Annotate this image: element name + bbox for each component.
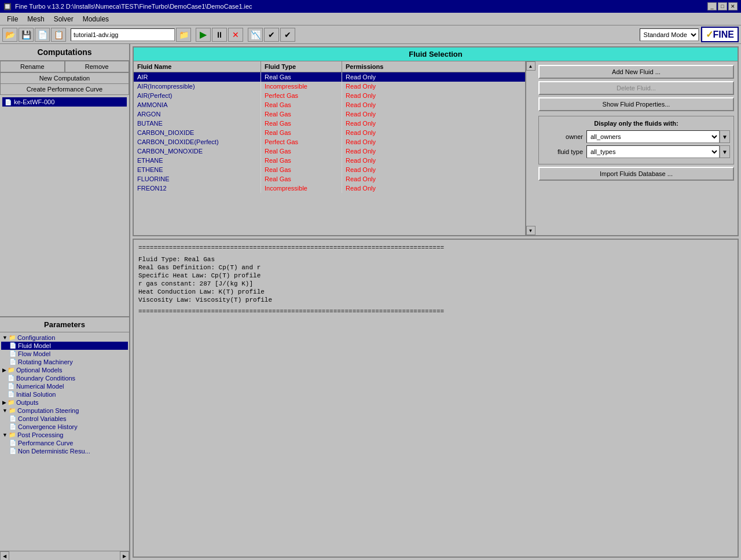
v-scrollbar[interactable]: ▲ ▼ — [526, 61, 535, 235]
col-header-perm: Permissions — [342, 61, 525, 72]
tree-item-flow-model[interactable]: 📄 Flow Model — [1, 350, 128, 358]
fluid-row[interactable]: CARBON_DIOXIDE(Perfect) Perfect Gas Read… — [134, 137, 525, 147]
fluid-row[interactable]: FLUORINE Real Gas Read Only — [134, 174, 525, 184]
menu-bar: File Mesh Solver Modules — [0, 13, 741, 25]
toolbar-open-btn[interactable]: 📂 — [2, 28, 17, 42]
delete-fluid-button[interactable]: Delete Fluid... — [538, 81, 734, 95]
fluid-type-cell: Real Gas — [261, 174, 342, 184]
menu-solver[interactable]: Solver — [49, 14, 78, 24]
fluid-perm-cell: Read Only — [342, 119, 525, 128]
fluid-type-select-wrap: all_types ▼ — [586, 145, 730, 158]
fluid-type-cell: Real Gas — [261, 109, 342, 119]
h-scroll-track[interactable] — [9, 551, 120, 560]
doc-icon9: 📄 — [9, 440, 16, 446]
tree-item-optional-models[interactable]: ▶ 📁 Optional Models — [1, 366, 128, 374]
maximize-button[interactable]: □ — [718, 2, 727, 10]
scroll-right-btn[interactable]: ▶ — [120, 551, 129, 560]
import-fluids-button[interactable]: Import Fluids Database ... — [538, 167, 734, 181]
fluid-row[interactable]: AMMONIA Real Gas Read Only — [134, 100, 525, 109]
tree-item-non-deterministic[interactable]: 📄 Non Deterministic Resu... — [1, 447, 128, 455]
fluid-row[interactable]: ETHENE Real Gas Read Only — [134, 165, 525, 174]
fluid-name-cell: ETHANE — [134, 156, 261, 165]
fluid-type-dropdown-arrow[interactable]: ▼ — [720, 145, 730, 158]
scroll-up-btn[interactable]: ▲ — [526, 61, 535, 71]
fluid-row[interactable]: AIR(Perfect) Perfect Gas Read Only — [134, 91, 525, 100]
toolbar-browse-btn[interactable]: 📁 — [176, 28, 191, 42]
folder-icon3: 📁 — [8, 399, 14, 405]
toolbar-run-btn[interactable]: ▶ — [196, 28, 211, 42]
scroll-left-btn[interactable]: ◀ — [0, 551, 9, 560]
computation-item[interactable]: 📄 ke-ExtWF-000 — [2, 97, 127, 107]
toolbar-graph2-btn[interactable]: ✔ — [264, 28, 279, 42]
fluid-type-cell: Incompressible — [261, 82, 342, 91]
owner-dropdown-arrow[interactable]: ▼ — [720, 130, 730, 143]
tree-item-rotating-machinery[interactable]: 📄 Rotating Machinery — [1, 358, 128, 366]
fluid-row[interactable]: CARBON_MONOXIDE Real Gas Read Only — [134, 147, 525, 156]
fluid-type-select[interactable]: all_types — [586, 145, 720, 158]
show-fluid-properties-button[interactable]: Show Fluid Properties... — [538, 97, 734, 111]
tree-item-computation-steering[interactable]: ▼ 📁 Computation Steering — [1, 407, 128, 415]
tree-item-post-processing[interactable]: ▼ 📁 Post Processing — [1, 431, 128, 439]
toolbar-graph3-btn[interactable]: ✔ — [280, 28, 295, 42]
fluid-row[interactable]: FREON12 Incompressible Read Only — [134, 184, 525, 193]
fluid-action-panel: Add New Fluid ... Delete Fluid... Show F… — [535, 61, 738, 235]
menu-modules[interactable]: Modules — [78, 14, 113, 24]
toolbar: 📂 💾 📄 📋 📁 ▶ ⏸ ✕ 📉 ✔ ✔ Standard Mode ✓FIN… — [0, 25, 741, 44]
remove-button[interactable]: Remove — [65, 61, 130, 72]
fluid-row[interactable]: AIR Real Gas Read Only — [134, 72, 525, 82]
tree-item-performance-curve[interactable]: 📄 Performance Curve — [1, 439, 128, 447]
info-line: Specific Heat Law: Cp(T) profile — [138, 272, 733, 279]
scroll-down-btn[interactable]: ▼ — [526, 226, 535, 235]
minimize-button[interactable]: _ — [707, 2, 717, 10]
v-scroll-track[interactable] — [526, 71, 535, 226]
toolbar-new-btn[interactable]: 📄 — [35, 28, 50, 42]
tree-item-outputs[interactable]: ▶ 📁 Outputs — [1, 398, 128, 407]
toolbar-stop-btn[interactable]: ✕ — [228, 28, 243, 42]
menu-file[interactable]: File — [2, 14, 23, 24]
computation-tree: 📄 ke-ExtWF-000 — [0, 95, 129, 316]
fluid-row[interactable]: AIR(Incompressible) Incompressible Read … — [134, 82, 525, 91]
menu-mesh[interactable]: Mesh — [23, 14, 49, 24]
tree-item-convergence-history[interactable]: 📄 Convergence History — [1, 423, 128, 431]
tree-item-control-variables[interactable]: 📄 Control Variables — [1, 415, 128, 423]
fluid-row[interactable]: ARGON Real Gas Read Only — [134, 109, 525, 119]
fluid-perm-cell: Read Only — [342, 147, 525, 156]
rename-button[interactable]: Rename — [0, 61, 65, 72]
owner-label: owner — [542, 133, 583, 140]
fluid-table-body[interactable]: AIR Real Gas Read Only AIR(Incompressibl… — [134, 72, 525, 235]
expand-icon5: ▼ — [2, 432, 8, 438]
toolbar-props-btn[interactable]: 📋 — [51, 28, 66, 42]
toolbar-pause-btn[interactable]: ⏸ — [212, 28, 227, 42]
owner-select[interactable]: all_owners — [586, 130, 720, 143]
tree-item-configuration[interactable]: ▼ 📁 Configuration — [1, 334, 128, 342]
info-line: r gas constant: 287 [J/(kg K)] — [138, 280, 733, 287]
create-performance-curve-button[interactable]: Create Performance Curve — [0, 84, 129, 95]
fluid-type-cell: Real Gas — [261, 100, 342, 109]
col-header-type: Fluid Type — [261, 61, 342, 72]
folder-icon: 📁 — [9, 334, 16, 341]
folder-icon2: 📁 — [8, 367, 14, 373]
toolbar-save-btn[interactable]: 💾 — [19, 28, 34, 42]
close-button[interactable]: ✕ — [728, 2, 738, 10]
info-separator-top: ========================================… — [138, 244, 733, 251]
tree-item-boundary-conditions[interactable]: ▶ 📄 Boundary Conditions — [1, 374, 128, 382]
left-panel: Computations Rename Remove New Computati… — [0, 44, 130, 560]
fluid-row[interactable]: ETHANE Real Gas Read Only — [134, 156, 525, 165]
fluid-row[interactable]: BUTANE Real Gas Read Only — [134, 119, 525, 128]
fluid-selection-title: Fluid Selection — [134, 47, 738, 61]
fluid-type-cell: Perfect Gas — [261, 137, 342, 147]
toolbar-graph1-btn[interactable]: 📉 — [248, 28, 263, 42]
tree-item-numerical-model[interactable]: ▶ 📄 Numerical Model — [1, 382, 128, 390]
tree-item-initial-solution[interactable]: ▶ 📄 Initial Solution — [1, 390, 128, 398]
input-file-field[interactable] — [71, 28, 175, 41]
tree-item-fluid-model[interactable]: 📄 Fluid Model — [1, 342, 128, 350]
fluid-type-cell: Real Gas — [261, 156, 342, 165]
h-scrollbar[interactable]: ◀ ▶ — [0, 551, 129, 560]
mode-select[interactable]: Standard Mode — [640, 28, 699, 41]
title-bar-text: Fine Turbo v.13.2 D:\Installs\Numeca\TES… — [15, 3, 252, 10]
add-new-fluid-button[interactable]: Add New Fluid ... — [538, 65, 734, 79]
fluid-row[interactable]: CARBON_DIOXIDE Real Gas Read Only — [134, 128, 525, 137]
fluid-perm-cell: Read Only — [342, 165, 525, 174]
fluid-perm-cell: Read Only — [342, 174, 525, 184]
new-computation-button[interactable]: New Computation — [0, 73, 129, 84]
